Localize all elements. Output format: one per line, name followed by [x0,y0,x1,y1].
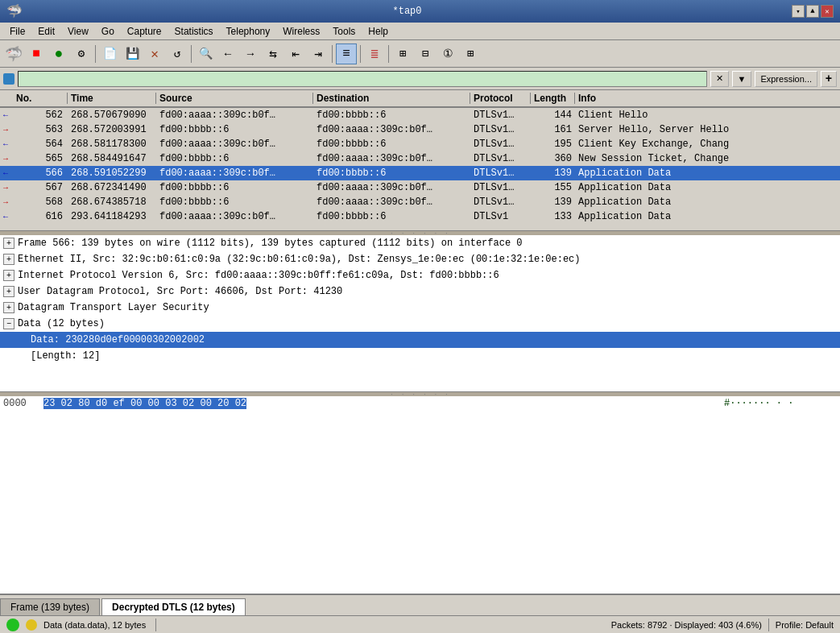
row-length: 133 [531,211,575,222]
row-arrow: ← [0,213,11,221]
autoscroll-button[interactable]: ≡ [336,43,357,64]
detail-label-dtls: Datagram Transport Layer Security [18,302,209,313]
close-button[interactable]: ✕ [821,5,834,18]
detail-row-frame[interactable]: + Frame 566: 139 bytes on wire (1112 bit… [0,235,840,251]
zoom-in-button[interactable]: ⊞ [392,43,413,64]
forward-button[interactable]: → [240,43,261,64]
packet-row[interactable]: → 565 268.584491647 fd00:bbbb::6 fd00:aa… [0,151,840,166]
row-protocol: DTLSv1… [470,124,531,135]
hex-bytes[interactable]: 23 02 80 d0 ef 00 00 03 02 00 20 02 [43,398,724,409]
zoom-reset-button[interactable]: ① [437,43,458,64]
row-time: 268.572003991 [68,124,156,135]
detail-row-data-length[interactable]: [Length: 12] [0,348,840,364]
stop-capture-button[interactable]: ● [48,43,69,64]
last-packet-button[interactable]: ⇥ [308,43,329,64]
detail-label-frame: Frame 566: 139 bytes on wire (1112 bits)… [18,238,523,249]
header-time: Time [68,93,156,104]
menu-view[interactable]: View [61,24,95,39]
detail-row-ipv6[interactable]: + Internet Protocol Version 6, Src: fd00… [0,267,840,283]
filter-clear-button[interactable]: ✕ [710,71,729,87]
minimize-button[interactable]: ▾ [792,5,805,18]
toolbar-sep-4 [360,45,361,63]
toolbar-sep-5 [388,45,389,63]
detail-row-ethernet[interactable]: + Ethernet II, Src: 32:9c:b0:61:c0:9a (3… [0,251,840,267]
row-time: 293.641184293 [68,211,156,222]
menu-wireless[interactable]: Wireless [276,24,326,39]
back-button[interactable]: ← [217,43,238,64]
menu-tools[interactable]: Tools [326,24,362,39]
status-icon-green [6,619,19,631]
toolbar: 🦈 ■ ● ⚙ 📄 💾 ✕ ↺ 🔍 ← → ⇆ ⇤ ⇥ ≡ ≣ ⊞ ⊟ ① ⊞ [0,40,840,68]
packet-row[interactable]: → 568 268.674385718 fd00:bbbb::6 fd00:aa… [0,195,840,209]
detail-row-udp[interactable]: + User Datagram Protocol, Src Port: 4660… [0,283,840,300]
resize-cols-button[interactable]: ⊞ [460,43,481,64]
row-time: 268.581178300 [68,139,156,150]
wireshark-logo-button[interactable]: 🦈 [3,43,24,64]
expand-icon-data[interactable]: − [3,318,14,329]
detail-row-dtls[interactable]: + Datagram Transport Layer Security [0,300,840,316]
colorize-button[interactable]: ≣ [364,43,385,64]
row-protocol: DTLSv1… [470,110,531,121]
add-filter-button[interactable]: + [821,71,837,87]
expand-icon-dtls[interactable]: + [3,302,14,313]
first-packet-button[interactable]: ⇤ [285,43,306,64]
zoom-out-button[interactable]: ⊟ [415,43,436,64]
packet-row[interactable]: → 563 268.572003991 fd00:bbbb::6 fd00:aa… [0,122,840,137]
start-capture-button[interactable]: ■ [26,43,47,64]
row-arrow: ← [0,140,11,149]
tab-1[interactable]: Decrypted DTLS (12 bytes) [101,598,246,615]
preferences-button[interactable]: ⚙ [71,43,92,64]
packet-list-header: No. Time Source Destination Protocol Len… [0,90,840,108]
row-length: 161 [531,124,575,135]
row-dest: fd00:aaaa::309c:b0f… [313,153,470,164]
expression-button[interactable]: Expression... [755,71,817,87]
close-capture-button[interactable]: ✕ [144,43,165,64]
row-info: Application Data [575,182,840,193]
row-source: fd00:aaaa::309c:b0f… [156,139,313,150]
open-file-button[interactable]: 📄 [99,43,120,64]
packet-row[interactable]: ← 564 268.581178300 fd00:aaaa::309c:b0f…… [0,137,840,151]
packet-row[interactable]: ← 562 268.570679090 fd00:aaaa::309c:b0f…… [0,108,840,122]
expand-icon-udp[interactable]: + [3,286,14,297]
detail-label-data: Data (12 bytes) [18,318,105,329]
menu-statistics[interactable]: Statistics [168,24,220,39]
detail-row-data[interactable]: − Data (12 bytes) [0,316,840,332]
row-time: 268.591052299 [68,168,156,179]
row-info: Server Hello, Server Hello [575,124,840,135]
row-protocol: DTLSv1… [470,139,531,150]
packet-row[interactable]: → 567 268.672341490 fd00:bbbb::6 fd00:aa… [0,180,840,195]
expand-icon-ethernet[interactable]: + [3,254,14,265]
menu-go[interactable]: Go [95,24,121,39]
detail-row-data-value[interactable]: Data: 230280d0ef00000302002002 [0,332,840,348]
menu-help[interactable]: Help [362,24,395,39]
row-no: 616 [11,211,68,222]
menu-telephony[interactable]: Telephony [220,24,277,39]
filter-input[interactable]: dtls and ipv6.addr==fd00:bbbb::6 [18,71,707,87]
row-info: Client Hello [575,110,840,121]
row-time: 268.674385718 [68,197,156,208]
go-to-packet-button[interactable]: ⇆ [263,43,283,64]
row-dest: fd00:aaaa::309c:b0f… [313,197,470,208]
find-button[interactable]: 🔍 [195,43,216,64]
menu-file[interactable]: File [3,24,31,39]
title-bar: 🦈 *tap0 ▾ ▲ ✕ [0,0,840,23]
filter-bookmark-button[interactable]: ▼ [732,71,752,87]
header-length: Length [531,93,575,104]
save-button[interactable]: 💾 [122,43,143,64]
tab-0[interactable]: Frame (139 bytes) [0,598,100,615]
maximize-button[interactable]: ▲ [806,5,819,18]
reload-button[interactable]: ↺ [167,43,188,64]
row-no: 568 [11,197,68,208]
expand-icon-ipv6[interactable]: + [3,270,14,281]
packet-detail: + Frame 566: 139 bytes on wire (1112 bit… [0,235,840,392]
row-arrow: ← [0,111,11,120]
row-info: Application Data [575,168,840,179]
row-arrow: → [0,198,11,207]
title-bar-title: *tap0 [23,6,792,17]
packet-row[interactable]: ← 566 268.591052299 fd00:aaaa::309c:b0f…… [0,166,840,180]
menu-edit[interactable]: Edit [31,24,61,39]
packet-row[interactable]: ← 616 293.641184293 fd00:aaaa::309c:b0f…… [0,209,840,224]
menu-capture[interactable]: Capture [121,24,168,39]
row-length: 195 [531,139,575,150]
expand-icon-frame[interactable]: + [3,238,14,249]
